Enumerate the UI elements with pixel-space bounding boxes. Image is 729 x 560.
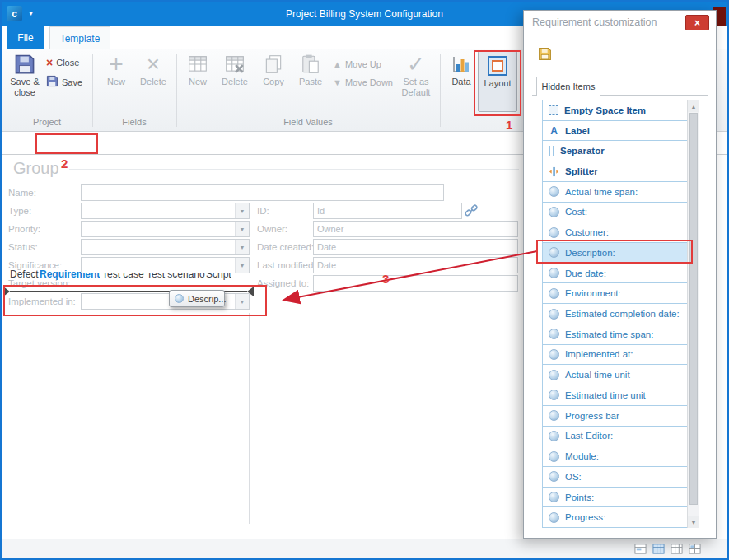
move-up-button[interactable]: ▲ Move Up xyxy=(333,59,381,69)
hidden-item-row[interactable]: Estimated time span: xyxy=(542,324,699,345)
scroll-up-icon[interactable]: ▲ xyxy=(688,100,699,112)
hidden-item-row[interactable]: Actual time unit xyxy=(542,365,699,385)
paste-button[interactable]: Paste xyxy=(293,53,328,86)
type-combobox[interactable]: ▼ xyxy=(81,203,250,219)
hidden-item-row[interactable]: Progress bar xyxy=(542,406,699,427)
priority-combobox[interactable]: ▼ xyxy=(81,221,250,237)
hidden-item-splitter[interactable]: Splitter xyxy=(542,161,699,182)
save-button[interactable]: Save xyxy=(46,75,82,89)
hidden-item-row[interactable]: Customer: xyxy=(542,222,699,243)
status-label: Status: xyxy=(8,242,38,252)
delete-value-button[interactable]: Delete xyxy=(216,53,254,86)
field-item-icon xyxy=(549,370,559,380)
hidden-item-row[interactable]: Points: xyxy=(542,488,699,508)
group-separator xyxy=(176,54,177,127)
table-view-icon[interactable] xyxy=(671,543,683,558)
significance-combobox[interactable]: ▼ xyxy=(81,257,250,273)
hidden-item-label: Estimated time span: xyxy=(565,329,653,339)
owner-label: Owner: xyxy=(257,224,287,234)
set-default-label-1: Set as xyxy=(403,77,428,86)
date-created-input[interactable] xyxy=(313,239,518,255)
move-down-button[interactable]: ▼ Move Down xyxy=(333,77,393,87)
assigned-to-input[interactable] xyxy=(313,275,518,292)
close-button[interactable]: × Close xyxy=(46,57,79,68)
grid-view-icon[interactable] xyxy=(652,543,665,558)
hidden-item-row[interactable]: OS: xyxy=(542,467,699,488)
layout-button[interactable]: Layout xyxy=(478,51,517,112)
panel-save-button[interactable] xyxy=(535,45,554,65)
hidden-item-label: Splitter xyxy=(565,166,598,176)
layout-view-icon[interactable] xyxy=(689,543,701,558)
new-value-button[interactable]: New xyxy=(181,53,214,86)
hidden-item-row[interactable]: Estimated time unit xyxy=(542,385,699,406)
hidden-item-description[interactable]: Description: xyxy=(542,243,699,264)
set-as-default-button[interactable]: ✓ Set as Default xyxy=(395,53,437,97)
delete-field-button[interactable]: × Delete xyxy=(133,53,173,86)
hidden-item-row[interactable]: Environment: xyxy=(542,283,699,304)
panel-close-button[interactable]: × xyxy=(685,15,709,30)
save-icon xyxy=(46,75,58,89)
hidden-item-label-item[interactable]: ALabel xyxy=(542,121,699,142)
hidden-items-list: Empty Space Item ALabel Separator Splitt… xyxy=(542,100,699,528)
table-icon xyxy=(187,53,208,76)
hidden-item-label: Estimated time unit xyxy=(565,390,646,400)
field-item-icon xyxy=(549,309,559,320)
hidden-item-row[interactable]: Last Editor: xyxy=(542,427,699,447)
hidden-item-row[interactable]: Module: xyxy=(542,446,699,467)
form-view-icon[interactable] xyxy=(634,543,647,558)
drag-ghost-description[interactable]: Descrip... xyxy=(169,290,225,307)
data-chart-icon xyxy=(451,53,471,76)
label-a-icon: A xyxy=(549,125,559,137)
group-separator xyxy=(92,54,93,127)
move-up-icon: ▲ xyxy=(333,59,342,69)
save-layout-icon xyxy=(538,47,552,64)
new-field-button[interactable]: + New xyxy=(99,53,133,86)
save-close-icon xyxy=(14,53,35,76)
save-and-close-button[interactable]: Save & close xyxy=(5,53,44,97)
scroll-down-icon[interactable]: ▼ xyxy=(688,516,699,528)
field-item-icon xyxy=(549,471,559,482)
name-label: Name: xyxy=(8,188,36,198)
field-item-icon xyxy=(549,431,559,441)
hidden-item-row[interactable]: Cost: xyxy=(542,203,699,223)
tab-file[interactable]: File xyxy=(7,26,44,49)
date-created-label: Date created: xyxy=(257,242,314,252)
field-item-icon xyxy=(549,349,559,360)
data-button[interactable]: Data xyxy=(445,53,478,86)
group-label-field-values: Field Values xyxy=(176,117,440,127)
data-label: Data xyxy=(451,77,470,86)
panel-title: Requirement customization xyxy=(532,16,657,28)
separator-icon xyxy=(549,146,554,156)
tab-template[interactable]: Template xyxy=(49,26,110,49)
field-item-icon xyxy=(175,294,184,303)
last-modified-input[interactable] xyxy=(313,257,518,273)
hidden-item-row[interactable]: Progress: xyxy=(542,507,699,528)
hidden-item-row[interactable]: Implemented at: xyxy=(542,345,699,366)
hidden-item-row[interactable]: Due date: xyxy=(542,264,699,284)
copy-label: Copy xyxy=(263,77,284,86)
last-modified-label: Last modified: xyxy=(257,260,316,270)
group-title-line xyxy=(69,169,519,170)
hidden-item-label: Points: xyxy=(565,492,594,502)
hidden-item-separator[interactable]: Separator xyxy=(542,141,699,161)
customization-panel: Requirement customization × Hidden Items… xyxy=(523,10,717,539)
scrollbar[interactable]: ▲ ▼ xyxy=(687,100,699,528)
hidden-item-label: Progress: xyxy=(565,512,605,522)
hidden-item-label: Customer: xyxy=(565,227,609,237)
field-item-icon xyxy=(549,390,559,400)
group-separator xyxy=(440,54,441,127)
hidden-item-row[interactable]: Estimated completion date: xyxy=(542,304,699,324)
field-item-icon xyxy=(549,227,559,238)
hidden-item-row[interactable]: Actual time span: xyxy=(542,182,699,203)
status-combobox[interactable]: ▼ xyxy=(81,239,250,255)
link-icon[interactable] xyxy=(465,204,478,217)
tab-hidden-items[interactable]: Hidden Items xyxy=(536,77,600,96)
scrollbar-thumb[interactable] xyxy=(689,113,698,505)
drag-ghost-label: Descrip... xyxy=(188,294,226,304)
owner-input[interactable] xyxy=(313,221,518,237)
name-input[interactable] xyxy=(81,184,444,201)
hidden-item-label: Description: xyxy=(565,248,615,258)
copy-button[interactable]: Copy xyxy=(257,53,290,86)
id-input[interactable] xyxy=(313,203,462,219)
hidden-item-empty-space[interactable]: Empty Space Item xyxy=(542,100,699,121)
